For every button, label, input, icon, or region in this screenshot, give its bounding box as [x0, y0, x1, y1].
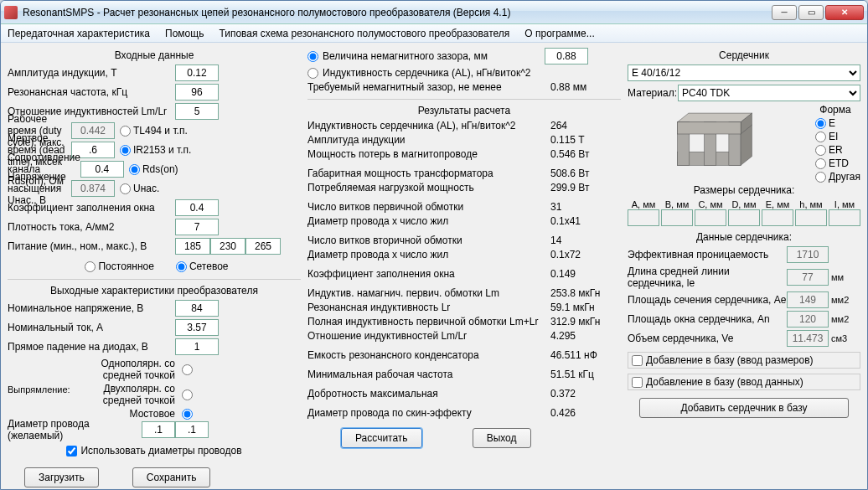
menu-help[interactable]: Помощь [165, 28, 204, 39]
supply-min-input[interactable] [175, 238, 210, 255]
lmlr-input[interactable] [175, 103, 219, 120]
dim-i-input [829, 209, 860, 226]
rect-bipolar-radio[interactable] [182, 389, 193, 400]
calculate-button[interactable]: Рассчитать [341, 428, 422, 448]
gap-size-radio[interactable] [307, 51, 318, 62]
iout-label: Номинальный ток, А [8, 322, 175, 333]
an-input [787, 311, 829, 328]
app-icon [4, 6, 18, 19]
save-button[interactable]: Сохранить [132, 467, 211, 487]
svg-marker-0 [678, 113, 752, 122]
dim-e-input [762, 209, 793, 226]
dim-d-input [728, 209, 760, 226]
uout-input[interactable] [175, 300, 219, 317]
iout-input[interactable] [175, 319, 219, 336]
usat-input [71, 180, 115, 197]
output-title: Выходные характеристики преобразователя [8, 285, 301, 297]
usewire-checkbox[interactable] [66, 446, 77, 456]
jc-label: Плотность тока, А/мм2 [8, 221, 175, 233]
mode-net-radio[interactable] [176, 261, 187, 272]
shape-etd-radio[interactable] [815, 158, 826, 169]
input-title: Входные данные [8, 49, 301, 61]
uout-label: Номинальное напряжение, В [8, 302, 175, 314]
fres-label: Резонансная частота, кГц [8, 86, 175, 98]
add-dims-checkbox[interactable] [632, 355, 643, 366]
duty-input [71, 122, 115, 139]
menubar: Передаточная характеристика Помощь Типов… [1, 24, 867, 43]
add-core-button[interactable]: Добавить сердечник в базу [639, 398, 849, 418]
titlebar[interactable]: ResonantSMPS - Расчет резонансных цепей … [1, 1, 867, 24]
rds-input[interactable] [80, 161, 124, 178]
menu-schematic[interactable]: Типовая схема резонансного полумостового… [219, 28, 509, 39]
shape-er-radio[interactable] [815, 145, 826, 156]
window-title: ResonantSMPS - Расчет резонансных цепей … [23, 7, 772, 18]
load-button[interactable]: Загрузить [24, 467, 99, 487]
mode-const-radio[interactable] [85, 261, 96, 272]
dims-title: Размеры сердечника: [628, 184, 860, 196]
jc-input[interactable] [175, 219, 219, 235]
shape-e-radio[interactable] [815, 118, 826, 129]
ae-input [787, 291, 829, 308]
rect-bridge-radio[interactable] [182, 409, 193, 420]
gap-input[interactable] [545, 48, 588, 64]
results-title: Результаты расчета [307, 105, 621, 116]
vdio-label: Прямое падение на диодах, В [8, 341, 175, 353]
exit-button[interactable]: Выход [473, 428, 531, 448]
rect-label: Выпрямление: [8, 384, 70, 395]
shape-other-radio[interactable] [815, 172, 826, 183]
gap-al-radio[interactable] [307, 68, 318, 79]
menu-transfer[interactable]: Передаточная характеристика [8, 28, 150, 39]
kw-input[interactable] [175, 199, 219, 216]
ic-ir2153-radio[interactable] [120, 145, 131, 156]
wire2-input[interactable] [175, 421, 209, 438]
dim-c-input [695, 209, 726, 226]
supply-max-input[interactable] [245, 238, 281, 255]
menu-about[interactable]: О программе... [524, 28, 594, 39]
dim-b-input [661, 209, 693, 226]
dim-h-input [795, 209, 827, 226]
close-button[interactable]: ✕ [825, 5, 864, 20]
sw-usat-radio[interactable] [120, 183, 131, 194]
fres-input[interactable] [175, 84, 219, 101]
wire-label: Диаметр провода (желаемый) [8, 418, 142, 441]
le-input [787, 269, 829, 286]
minimize-button[interactable]: ─ [772, 5, 797, 20]
perm-input [787, 246, 829, 263]
vdio-input[interactable] [175, 338, 219, 355]
add-data-checkbox[interactable] [632, 377, 643, 388]
coredata-title: Данные сердечника: [628, 231, 860, 243]
supply-label: Питание (мин., ном., макс.), В [8, 240, 175, 252]
core-title: Сердечник [628, 49, 860, 61]
maximize-button[interactable]: ▭ [798, 5, 824, 20]
rect-unipolar-radio[interactable] [182, 364, 193, 375]
wire1-input[interactable] [142, 421, 175, 438]
shape-ei-radio[interactable] [815, 132, 826, 142]
ve-input [787, 330, 829, 347]
material-select[interactable]: PC40 TDK [678, 85, 860, 101]
core-image [669, 107, 761, 174]
svg-rect-6 [678, 122, 741, 134]
dim-a-input [628, 209, 659, 226]
amp-label: Амплитуда индукции, Т [8, 67, 175, 79]
kw-label: Коэффициент заполнения окна [8, 202, 175, 214]
sw-rds-radio[interactable] [129, 164, 140, 175]
amp-input[interactable] [175, 64, 219, 81]
core-select[interactable]: E 40/16/12 [628, 64, 860, 81]
ic-tl494-radio[interactable] [120, 126, 131, 137]
supply-nom-input[interactable] [210, 238, 245, 255]
